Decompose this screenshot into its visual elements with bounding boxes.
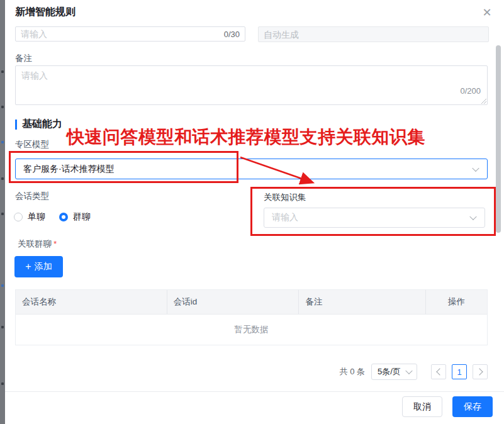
- add-button-label: 添加: [35, 261, 52, 272]
- plus-icon: +: [25, 261, 31, 272]
- prev-page-button[interactable]: [431, 364, 446, 379]
- sidebar-speck: [1, 382, 4, 385]
- auto-generated-input: [259, 27, 488, 42]
- required-asterisk: *: [53, 239, 57, 248]
- page-size-select[interactable]: 5条/页: [371, 364, 417, 380]
- save-button[interactable]: 保存: [452, 396, 493, 417]
- radio-group-chat[interactable]: 群聊: [59, 211, 91, 223]
- rule-name-counter: 0/30: [224, 30, 240, 39]
- group-chat-table: 会话名称 会话id 备注 操作 暂无数据: [15, 289, 488, 345]
- rule-name-field[interactable]: 0/30: [15, 26, 245, 42]
- sidebar-speck: [1, 177, 4, 180]
- auto-generated-field: [258, 26, 489, 42]
- chevron-down-icon: [405, 367, 412, 374]
- zone-model-label: 专区模型: [15, 139, 49, 150]
- close-icon[interactable]: ✕: [478, 4, 496, 21]
- footer-divider: [5, 391, 504, 392]
- section-accent-bar: [15, 120, 17, 130]
- section-title: 基础能力: [22, 118, 62, 131]
- next-page-button[interactable]: [473, 364, 488, 379]
- add-button[interactable]: + 添加: [14, 256, 63, 277]
- sidebar-speck: [1, 213, 4, 215]
- pagination: 共 0 条 5条/页 1: [5, 364, 488, 380]
- linked-group-label: 关联群聊*: [18, 238, 57, 250]
- radio-circle-icon: [59, 213, 68, 221]
- rule-name-input[interactable]: [16, 27, 245, 41]
- cancel-button[interactable]: 取消: [402, 396, 442, 417]
- sidebar-speck: [1, 70, 4, 73]
- sidebar-speck: [1, 106, 4, 108]
- column-header-remark: 备注: [299, 290, 426, 314]
- radio-single-chat[interactable]: 单聊: [14, 211, 45, 223]
- radio-group-chat-label: 群聊: [73, 211, 91, 223]
- remark-label: 备注: [15, 53, 32, 64]
- sidebar-speck: [1, 284, 4, 287]
- radio-circle-icon: [14, 213, 23, 221]
- column-header-session-id: 会话id: [167, 290, 300, 314]
- chevron-down-icon: [472, 164, 479, 171]
- sidebar-speck: [1, 326, 4, 328]
- chevron-left-icon: [436, 368, 443, 375]
- pagination-total: 共 0 条: [340, 366, 365, 377]
- sidebar-speck: [1, 141, 4, 143]
- chevron-right-icon: [476, 368, 483, 375]
- table-empty-state: 暂无数据: [16, 315, 487, 345]
- dialog-title: 新增智能规则: [15, 6, 76, 19]
- annotation-rect-model-select: [9, 151, 238, 183]
- column-header-actions: 操作: [426, 290, 487, 314]
- remark-counter: 0/200: [460, 86, 481, 96]
- remark-textarea[interactable]: [16, 66, 487, 104]
- remark-field[interactable]: 0/200: [15, 65, 488, 105]
- session-type-radio-group: 单聊 群聊: [14, 211, 91, 223]
- annotation-rect-knowledge-set: [250, 187, 496, 236]
- section-basic-capability: 基础能力: [15, 118, 62, 131]
- radio-single-chat-label: 单聊: [28, 211, 45, 223]
- page-size-value: 5条/页: [378, 366, 401, 377]
- scrollbar-thumb[interactable]: [496, 45, 501, 233]
- session-type-label: 会话类型: [15, 191, 49, 202]
- background-page-edge: [0, 0, 5, 424]
- table-header-row: 会话名称 会话id 备注 操作: [16, 290, 487, 315]
- column-header-session-name: 会话名称: [16, 290, 167, 314]
- annotation-text: 快速问答模型和话术推荐模型支持关联知识集: [67, 126, 425, 148]
- page-number-button[interactable]: 1: [452, 364, 467, 379]
